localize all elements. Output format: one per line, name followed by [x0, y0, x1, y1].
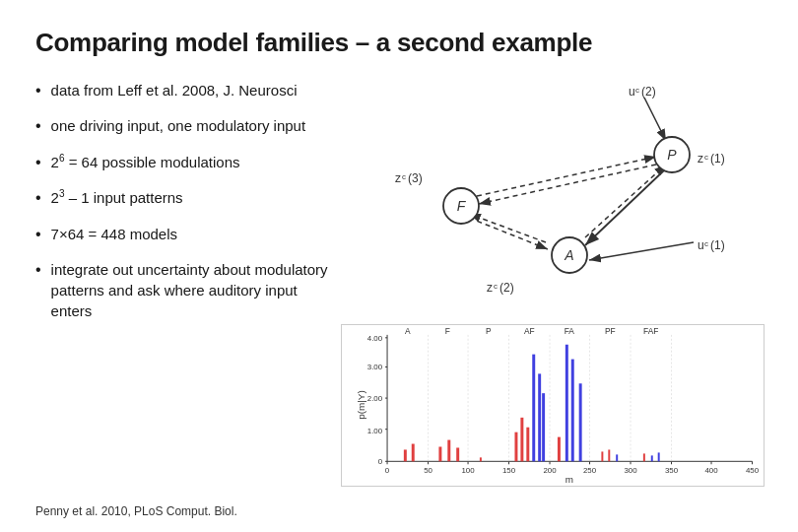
svg-text:c: c [402, 172, 406, 181]
edge-uc2-p [644, 98, 666, 141]
edge-f-p [477, 157, 656, 196]
bar-faf-blue-1 [651, 455, 653, 461]
bullet-text-4: 23 – 1 input patterns [51, 187, 331, 208]
edge-p-f [479, 165, 656, 204]
edge-p-a [585, 170, 664, 245]
svg-text:250: 250 [583, 466, 597, 475]
y-tick-2: 2.00 [367, 394, 383, 403]
svg-text:c: c [704, 153, 708, 162]
bar-af-blue-2 [538, 373, 541, 461]
svg-text:(2): (2) [641, 85, 656, 99]
edge-a-f [469, 214, 546, 242]
bar-af-blue-3 [542, 393, 545, 461]
y-tick-0: 0 [378, 457, 383, 466]
y-tick-4: 4.00 [367, 334, 383, 343]
svg-text:300: 300 [624, 466, 637, 475]
bullet-text-1: data from Leff et al. 2008, J. Neurosci [51, 80, 331, 100]
bar-f-2 [447, 440, 450, 462]
col-faf-label: FAF [643, 326, 658, 336]
bullet-text-6: integrate out uncertainty about modulato… [51, 259, 331, 321]
label-zc3: z [395, 171, 401, 185]
graph-svg: u c (2) z c (3) z c (1) z c (2) [341, 80, 765, 316]
chart-svg: p(m|Y) 0 1.00 2.00 3.00 [342, 325, 764, 486]
content-area: data from Leff et al. 2008, J. Neurosci … [35, 80, 763, 487]
bullet-item-1: data from Leff et al. 2008, J. Neurosci [35, 80, 331, 101]
bar-af-1 [514, 432, 517, 462]
right-panel: u c (2) z c (3) z c (1) z c (2) [331, 80, 765, 487]
svg-text:350: 350 [665, 466, 679, 475]
svg-text:c: c [494, 282, 498, 291]
slide: Comparing model families – a second exam… [0, 0, 798, 532]
bar-fa-1 [558, 437, 561, 462]
bar-pf-2 [608, 449, 610, 461]
svg-text:(3): (3) [408, 171, 423, 185]
slide-title: Comparing model families – a second exam… [35, 28, 763, 58]
footer-citation: Penny et al. 2010, PLoS Comput. Biol. [35, 504, 237, 518]
svg-text:450: 450 [746, 466, 760, 475]
bar-f-3 [456, 447, 459, 461]
bullet-item-2: one driving input, one modulatory input [35, 115, 331, 137]
bullet-text-2: one driving input, one modulatory input [51, 115, 331, 136]
label-uc1: u [698, 238, 704, 252]
col-pf-label: PF [605, 326, 616, 336]
y-axis-label: p(m|Y) [356, 390, 366, 419]
footer-text: Penny et al. 2010, PLoS Comput. Biol. [35, 504, 237, 518]
svg-text:(1): (1) [710, 238, 725, 252]
svg-text:400: 400 [704, 466, 718, 475]
edge-uc1-a [589, 242, 694, 260]
svg-text:200: 200 [543, 466, 557, 475]
bar-faf-blue-2 [658, 452, 660, 461]
bar-af-2 [520, 418, 523, 461]
bar-fa-blue-3 [579, 383, 582, 461]
edge-a-p [585, 165, 666, 237]
svg-text:100: 100 [461, 466, 475, 475]
svg-text:c: c [704, 239, 708, 248]
col-a-label: A [405, 326, 411, 336]
bar-af-3 [526, 428, 529, 462]
bullet-item-5: 7×64 = 448 models [35, 224, 331, 245]
bar-pf-1 [601, 451, 603, 461]
bar-fa-blue-2 [571, 360, 574, 462]
bar-a-2 [412, 444, 415, 462]
bar-a-1 [404, 449, 407, 461]
bullet-text-5: 7×64 = 448 models [51, 224, 331, 244]
bar-faf-1 [643, 453, 645, 461]
svg-text:c: c [635, 86, 639, 95]
svg-text:50: 50 [424, 466, 432, 475]
svg-text:(1): (1) [710, 152, 725, 166]
svg-text:150: 150 [502, 466, 516, 475]
bullet-item-3: 26 = 64 possible modulations [35, 152, 331, 173]
bar-chart: p(m|Y) 0 1.00 2.00 3.00 [341, 324, 765, 487]
node-a-label: A [564, 247, 573, 263]
label-uc2: u [629, 85, 635, 99]
bullet-list: data from Leff et al. 2008, J. Neurosci … [35, 80, 331, 321]
node-f-label: F [457, 198, 467, 214]
bullet-item-6: integrate out uncertainty about modulato… [35, 259, 331, 321]
left-panel: data from Leff et al. 2008, J. Neurosci … [35, 80, 331, 487]
x-axis-label: m [565, 474, 573, 485]
bar-f-1 [438, 446, 441, 461]
y-tick-3: 3.00 [367, 363, 383, 371]
col-p-label: P [486, 326, 492, 336]
bar-pf-blue-1 [616, 454, 618, 461]
col-af-label: AF [524, 326, 535, 336]
col-f-label: F [445, 326, 450, 336]
col-fa-label: FA [565, 326, 575, 336]
svg-text:(2): (2) [499, 281, 514, 295]
graph-diagram: u c (2) z c (3) z c (1) z c (2) [341, 80, 765, 316]
bar-fa-blue-1 [565, 345, 568, 462]
bullet-text-3: 26 = 64 possible modulations [51, 152, 331, 172]
svg-text:0: 0 [385, 466, 390, 475]
bar-af-blue-1 [532, 355, 535, 462]
label-zc2: z [487, 281, 493, 295]
node-p-label: P [667, 147, 677, 163]
y-tick-1: 1.00 [367, 427, 383, 435]
bar-p-1 [480, 457, 482, 461]
bullet-item-4: 23 – 1 input patterns [35, 187, 331, 209]
edge-f-a [469, 218, 548, 249]
label-zc1: z [698, 152, 703, 166]
